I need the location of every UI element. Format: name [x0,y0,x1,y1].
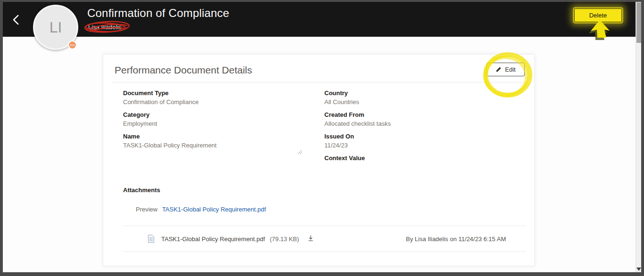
download-icon [307,235,314,242]
scrollbar[interactable] [636,2,641,272]
page-title: Confirmation of Compliance [87,7,229,20]
field-value: TASK1-Global Policy Requirement [123,142,312,149]
preview-label: Preview [136,206,157,213]
fields-left-column: Document Type Confirmation of Compliance… [123,89,312,154]
field-name: Name TASK1-Global Policy Requirement [123,133,312,149]
divider [112,82,526,82]
field-value: Confirmation of Compliance [123,98,312,106]
field-value: Allocated checklist tasks [324,120,513,127]
main-content: Performance Document Details Edit Docume… [3,37,636,272]
edit-button[interactable]: Edit [487,63,525,76]
edit-button-label: Edit [505,66,515,73]
preview-file-link[interactable]: TASK1-Global Policy Requirement.pdf [162,206,266,213]
preview-row: Preview TASK1-Global Policy Requirement.… [136,206,266,213]
attachment-file-size: (79.13 KB) [270,235,299,243]
back-chevron-icon [10,14,23,26]
field-country: Country All Countries [324,89,513,106]
ellipsis-badge-icon: ••• [68,41,77,49]
page-header: Confirmation of Compliance Lisa Iliadeli… [3,2,636,37]
field-label: Created From [324,111,513,118]
field-value [324,163,513,170]
field-value: Employment [123,120,312,127]
avatar[interactable]: LI ••• [33,5,78,50]
field-created-from: Created From Allocated checklist tasks [324,111,513,127]
attachment-meta: By Lisa Iliadelis on 11/24/23 6:15 AM [406,235,506,243]
field-label: Context Value [324,154,513,162]
back-button[interactable] [8,12,25,28]
field-value: 11/24/23 [324,142,513,149]
document-icon [148,235,155,243]
delete-button[interactable]: Delete [574,8,622,22]
attachments-section-label: Attachments [123,187,160,194]
document-details-card: Performance Document Details Edit Docume… [103,54,535,266]
pencil-icon [495,66,502,73]
field-label: Country [324,89,513,97]
fields-right-column: Country All Countries Created From Alloc… [324,89,513,176]
field-context-value: Context Value [324,154,513,170]
field-document-type: Document Type Confirmation of Compliance [123,89,312,106]
field-issued-on: Issued On 11/24/23 [324,133,513,149]
field-label: Category [123,111,312,118]
field-value: All Countries [324,98,513,106]
field-category: Category Employment [123,111,312,127]
divider [123,226,526,226]
divider [123,252,526,252]
attachment-row: TASK1-Global Policy Requirement.pdf (79.… [148,233,315,245]
download-button[interactable] [306,234,315,244]
scroll-down-arrow-icon[interactable] [636,268,641,271]
page-subtitle: Lisa Iliadelis [88,24,122,31]
card-title: Performance Document Details [115,65,252,76]
field-label: Document Type [123,89,312,97]
field-label: Issued On [324,133,513,140]
avatar-initials: LI [50,19,62,36]
app-window: Confirmation of Compliance Lisa Iliadeli… [3,2,636,272]
field-label: Name [123,133,312,140]
textarea-resize-handle[interactable] [297,149,302,154]
scrollbar-thumb[interactable] [636,2,641,43]
attachment-file-name: TASK1-Global Policy Requirement.pdf [161,235,265,243]
